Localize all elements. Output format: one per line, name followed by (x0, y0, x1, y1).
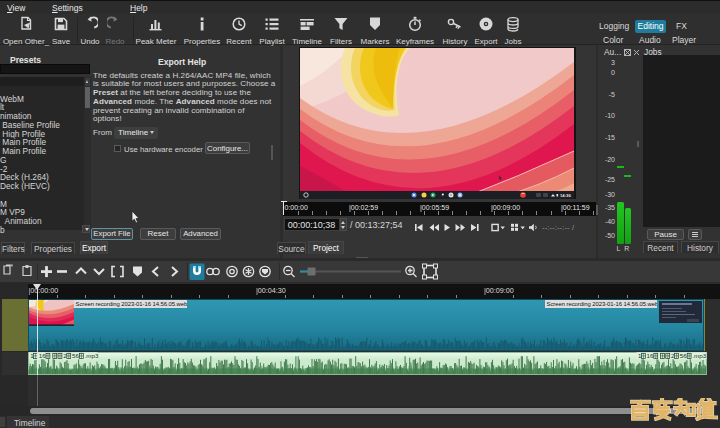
svg-text:16: 16 (647, 352, 654, 359)
svg-text:56: 56 (72, 352, 79, 359)
svg-text:56: 56 (680, 352, 687, 359)
svg-text:16: 16 (39, 352, 46, 359)
svg-text:.mp3: .mp3 (85, 352, 99, 359)
svg-text:.mp3: .mp3 (692, 352, 706, 359)
